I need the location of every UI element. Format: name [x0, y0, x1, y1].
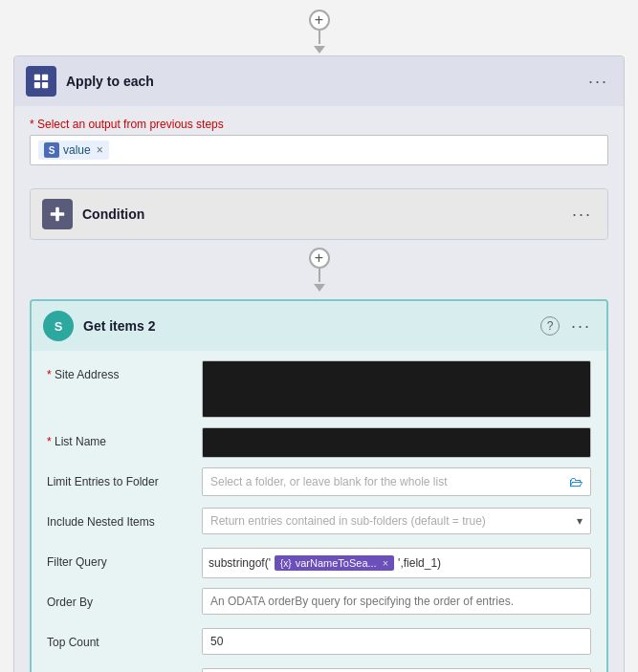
filter-query-input[interactable]: substringof(' {x} varNameToSea... × ',fi… [202, 548, 591, 578]
svg-rect-1 [42, 75, 48, 80]
svg-rect-3 [42, 82, 48, 88]
limit-columns-label: Limit Columns by View [47, 668, 190, 672]
get-items-block: S Get items 2 ? ··· Site Address [30, 299, 608, 672]
svg-rect-0 [34, 75, 40, 80]
apply-each-header: Apply to each ··· [14, 56, 624, 106]
condition-more-button[interactable]: ··· [568, 204, 596, 225]
filter-query-control: substringof(' {x} varNameToSea... × ',fi… [202, 548, 591, 578]
filter-token: {x} varNameToSea... × [275, 555, 394, 571]
select-output-input[interactable]: S value × [30, 135, 608, 165]
order-by-control [202, 588, 591, 618]
include-nested-placeholder: Return entries contained in sub-folders … [210, 514, 486, 528]
apply-each-title: Apply to each [66, 74, 584, 89]
value-token-text: value [63, 143, 91, 157]
limit-entries-label: Limit Entries to Folder [47, 467, 190, 488]
folder-icon: 🗁 [569, 474, 583, 489]
site-address-row: Site Address [47, 360, 591, 418]
site-address-control [202, 360, 591, 418]
filter-query-row: Filter Query substringof(' {x} varNameTo… [47, 548, 591, 578]
order-by-row: Order By [47, 588, 591, 618]
top-count-label: Top Count [47, 628, 190, 649]
middle-plus-button[interactable]: + [309, 248, 330, 269]
middle-arrow [314, 284, 325, 292]
top-plus-button[interactable]: + [309, 10, 330, 31]
apply-each-more-button[interactable]: ··· [584, 71, 612, 92]
value-token-close[interactable]: × [97, 143, 103, 157]
apply-each-content: Select an output from previous steps S v… [14, 106, 624, 181]
get-items-title: Get items 2 [83, 318, 540, 334]
get-items-icon: S [43, 311, 74, 341]
apply-each-icon [26, 66, 56, 97]
include-nested-control: Return entries contained in sub-folders … [202, 508, 591, 538]
list-name-row: List Name [47, 427, 591, 458]
get-items-header: S Get items 2 ? ··· [32, 301, 606, 351]
top-count-row: Top Count [47, 628, 591, 659]
filter-token-close[interactable]: × [383, 557, 388, 569]
limit-columns-select[interactable]: Avoid column threshold issues by only us… [202, 668, 591, 672]
list-name-label: List Name [47, 427, 190, 448]
middle-connector-line [319, 269, 320, 282]
top-count-control [202, 628, 591, 659]
order-by-label: Order By [47, 588, 190, 609]
filter-suffix: ',field_1) [398, 556, 441, 570]
top-arrow [314, 46, 325, 54]
limit-columns-control: Avoid column threshold issues by only us… [202, 668, 591, 672]
select-output-label: Select an output from previous steps [30, 118, 608, 131]
apply-each-inner: Condition ··· + S Get items 2 ? ··· [14, 181, 624, 672]
limit-entries-placeholder: Select a folder, or leave blank for the … [210, 475, 447, 488]
svg-rect-5 [55, 207, 59, 221]
get-items-more-button[interactable]: ··· [567, 315, 595, 336]
include-nested-row: Include Nested Items Return entries cont… [47, 508, 591, 538]
include-nested-chevron: ▾ [577, 514, 583, 528]
condition-icon [42, 199, 73, 229]
top-connector-line [319, 31, 320, 44]
condition-block: Condition ··· [30, 188, 608, 240]
svg-rect-2 [34, 82, 40, 88]
limit-columns-row: Limit Columns by View Avoid column thres… [47, 668, 591, 672]
middle-connector: + [30, 248, 608, 292]
order-by-input[interactable] [202, 588, 591, 615]
get-items-help-button[interactable]: ? [540, 316, 560, 336]
list-name-input[interactable] [202, 427, 591, 458]
value-token: S value × [38, 141, 109, 160]
include-nested-label: Include Nested Items [47, 508, 190, 529]
limit-entries-select[interactable]: Select a folder, or leave blank for the … [202, 467, 591, 496]
value-token-icon: S [44, 142, 59, 158]
filter-token-text: varNameToSea... [296, 557, 377, 569]
include-nested-select[interactable]: Return entries contained in sub-folders … [202, 508, 591, 534]
condition-title: Condition [82, 206, 568, 222]
condition-header: Condition ··· [31, 189, 607, 239]
filter-prefix: substringof(' [209, 556, 271, 570]
limit-entries-control: Select a folder, or leave blank for the … [202, 467, 591, 498]
apply-each-block: Apply to each ··· Select an output from … [13, 55, 625, 672]
limit-entries-row: Limit Entries to Folder Select a folder,… [47, 467, 591, 498]
site-address-input[interactable] [202, 360, 591, 418]
top-count-input[interactable] [202, 628, 591, 655]
get-items-content: Site Address List Name Lim [32, 351, 606, 672]
condition-svg-icon [49, 206, 66, 223]
site-address-label: Site Address [47, 360, 190, 381]
filter-token-icon: {x} [280, 558, 292, 569]
top-connector: + [309, 10, 330, 54]
apply-each-svg-icon [33, 73, 50, 90]
list-name-control [202, 427, 591, 458]
filter-query-label: Filter Query [47, 548, 190, 569]
